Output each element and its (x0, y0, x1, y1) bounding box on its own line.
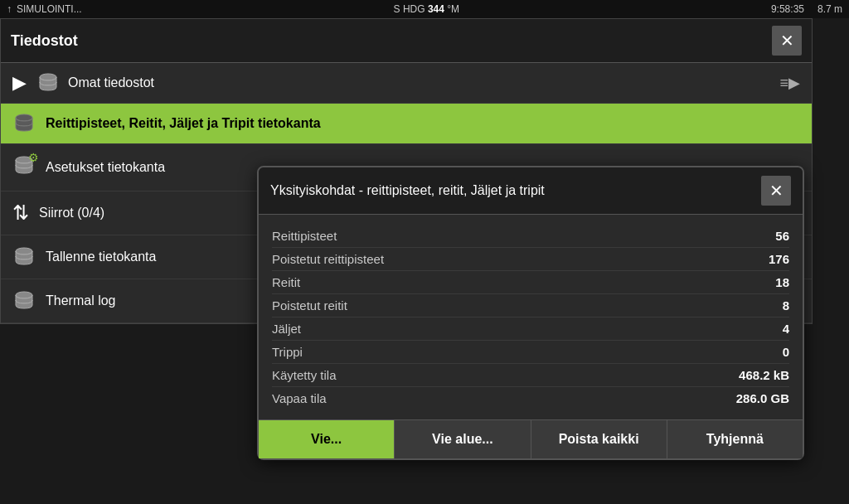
selected-database-icon (12, 112, 36, 135)
thermal-log-label: Thermal log (46, 293, 115, 308)
vie-alue-button[interactable]: Vie alue... (395, 420, 531, 458)
value-kaytetty-tila: 468.2 kB (739, 368, 789, 382)
vie-button[interactable]: Vie... (259, 420, 395, 458)
selected-db-row[interactable]: Reittipisteet, Reitit, Jäljet ja Tripit … (1, 104, 812, 144)
transfer-icon: ⇅ (12, 201, 29, 225)
detail-content: Reittipisteet 56 Poistetut reittipisteet… (259, 215, 803, 419)
label-reitit: Reitit (272, 275, 300, 289)
omat-tiedostot-left: ▶ Omat tiedostot (12, 71, 154, 94)
label-poistetut-reitit: Poistetut reitit (272, 298, 347, 313)
label-kaytetty-tila: Käytetty tila (272, 368, 337, 382)
label-poistetut-reittipisteet: Poistetut reittipisteet (272, 252, 384, 266)
tallenne-database-icon (12, 245, 36, 269)
tyhjenna-button[interactable]: Tyhjennä (667, 420, 803, 458)
omat-tiedostot-row[interactable]: ▶ Omat tiedostot ≡▶ (1, 63, 812, 104)
label-trippi: Trippi (272, 345, 303, 359)
value-poistetut-reitit: 8 (783, 298, 789, 313)
omat-tiedostot-label: Omat tiedostot (68, 75, 154, 90)
value-poistetut-reittipisteet: 176 (769, 252, 789, 266)
upload-icon: ↑ (7, 3, 12, 15)
sim-text: SIMULOINTI... (17, 3, 82, 15)
gear-icon: ⚙ (28, 151, 39, 164)
distance-display: 8.7 m (817, 3, 842, 15)
play-icon: ▶ (12, 72, 27, 94)
tallenne-label: Tallenne tietokanta (46, 250, 156, 264)
detail-row-vapaa-tila: Vapaa tila 286.0 GB (272, 387, 789, 410)
thermal-database-icon (12, 289, 36, 313)
value-trippi: 0 (783, 345, 789, 359)
detail-row-kaytetty-tila: Käytetty tila 468.2 kB (272, 364, 789, 387)
status-bar-center: S HDG 344 °M (394, 3, 460, 15)
detail-row-reitit: Reitit 18 (272, 271, 789, 294)
detail-row-jaljet: Jäljet 4 (272, 317, 789, 341)
hdg-value: 344 (428, 3, 444, 15)
asetukset-label: Asetukset tietokanta (46, 160, 165, 175)
status-bar: ↑ SIMULOINTI... S HDG 344 °M 9:58:35 8.7… (0, 0, 849, 18)
label-vapaa-tila: Vapaa tila (272, 391, 327, 405)
status-bar-right: 9:58:35 8.7 m (771, 3, 842, 15)
omat-right-icon: ≡▶ (779, 74, 800, 92)
hdg-label: S HDG (394, 3, 425, 15)
time-display: 9:58:35 (771, 3, 804, 15)
detail-close-button[interactable]: ✕ (761, 176, 791, 206)
database-icon (36, 71, 60, 94)
hdg-unit: °M (447, 3, 459, 15)
label-reittipisteet: Reittipisteet (272, 229, 337, 243)
status-bar-left: ↑ SIMULOINTI... (7, 3, 82, 15)
selected-db-label: Reittipisteet, Reitit, Jäljet ja Tripit … (46, 116, 321, 131)
value-reittipisteet: 56 (775, 229, 789, 243)
detail-row-poistetut-reittipisteet: Poistetut reittipisteet 176 (272, 248, 789, 271)
detail-row-trippi: Trippi 0 (272, 341, 789, 364)
detail-buttons: Vie... Vie alue... Poista kaikki Tyhjenn… (259, 419, 803, 458)
window-title-bar: Tiedostot ✕ (1, 19, 812, 63)
detail-title: Yksityiskohdat - reittipisteet, reitit, … (270, 183, 545, 198)
detail-popup: Yksityiskohdat - reittipisteet, reitit, … (257, 166, 804, 460)
detail-title-bar: Yksityiskohdat - reittipisteet, reitit, … (259, 167, 803, 215)
poista-kaikki-button[interactable]: Poista kaikki (531, 420, 667, 458)
value-vapaa-tila: 286.0 GB (736, 391, 789, 405)
siirrot-label: Siirrot (0/4) (39, 206, 104, 220)
main-window-close-button[interactable]: ✕ (772, 26, 802, 56)
label-jaljet: Jäljet (272, 322, 301, 336)
value-jaljet: 4 (783, 322, 789, 336)
detail-row-reittipisteet: Reittipisteet 56 (272, 225, 789, 248)
window-title: Tiedostot (11, 32, 78, 50)
detail-row-poistetut-reitit: Poistetut reitit 8 (272, 294, 789, 317)
value-reitit: 18 (775, 275, 789, 289)
